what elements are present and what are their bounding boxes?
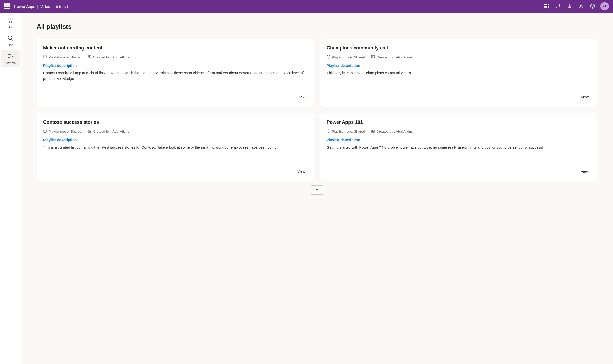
svg-rect-0 [544, 4, 546, 5]
svg-point-13 [8, 36, 12, 40]
search-icon [8, 35, 13, 42]
playlist-desc-text-2: This is a curated list containing the la… [43, 145, 307, 168]
playlist-title-1: Champions community call [327, 45, 591, 51]
user-avatar[interactable]: AA [600, 2, 609, 10]
sidebar-item-find-label: Find [8, 43, 13, 47]
meta-created-text-3: Created by : Abbi Atkins [376, 130, 413, 133]
playlist-desc-text-0: Contoso require all app and cloud flow m… [43, 70, 307, 94]
playlists-icon [8, 53, 13, 60]
waffle-menu[interactable] [4, 3, 10, 9]
playlist-desc-label-1[interactable]: Playlist description [327, 64, 591, 68]
playlist-view-btn-3[interactable]: View [579, 168, 591, 175]
playlist-view-btn-2[interactable]: View [295, 168, 307, 175]
app-name: Power Apps [14, 4, 35, 9]
svg-rect-7 [546, 7, 547, 8]
svg-rect-4 [546, 6, 547, 7]
playlist-title-2: Contoso success stories [43, 120, 307, 125]
scroll-indicator: ∨ [37, 181, 597, 199]
playlist-title-0: Maker onboarding content [43, 45, 307, 51]
top-nav-icons: AA [542, 2, 609, 11]
image-icon-0 [88, 55, 91, 59]
svg-rect-1 [546, 4, 547, 5]
playlist-meta-0: Playlist mode: Shared Created by : Abbi … [43, 55, 307, 59]
image-icon-1 [371, 55, 375, 59]
svg-rect-8 [548, 7, 549, 8]
image-icon-3 [371, 129, 375, 134]
svg-rect-22 [88, 130, 91, 132]
meta-created-text-2: Created by : Abbi Atkins [93, 130, 129, 133]
page-title: All playlists [37, 23, 597, 30]
svg-point-12 [592, 7, 593, 8]
shield-icon-2 [43, 129, 47, 134]
playlist-card-power-apps-101: Power Apps 101 Playlist mode: Shared [320, 113, 597, 181]
apps-icon-btn[interactable] [542, 2, 551, 11]
meta-mode-text-1: Playlist mode: Shared [332, 55, 365, 59]
playlist-desc-text-3: Getting started with Power Apps? No prob… [327, 145, 591, 168]
chat-icon-btn[interactable] [553, 2, 563, 11]
sidebar-item-playlists[interactable]: Playlists [1, 50, 20, 67]
settings-icon-btn[interactable] [576, 2, 586, 11]
playlist-desc-label-0[interactable]: Playlist description [43, 64, 307, 68]
app-subtitle: Video hub (dev) [40, 4, 68, 9]
playlist-view-btn-1[interactable]: View [579, 94, 591, 100]
help-icon-btn[interactable] [588, 2, 597, 11]
meta-mode-1: Playlist mode: Shared [327, 55, 365, 59]
playlist-card-contoso-success: Contoso success stories Playlist mode: S… [37, 113, 314, 181]
main-content: All playlists Maker onboarding content P… [21, 13, 613, 364]
playlist-card-maker-onboarding: Maker onboarding content Playlist mode: … [37, 39, 314, 107]
svg-rect-20 [371, 55, 375, 58]
home-icon [8, 18, 13, 25]
meta-created-text-0: Created by : Abbi Atkins [93, 55, 129, 59]
sidebar-item-start[interactable]: Start [1, 15, 20, 31]
image-icon-2 [88, 129, 91, 134]
meta-mode-2: Playlist mode: Shared [43, 129, 81, 134]
sidebar-item-playlists-label: Playlists [5, 61, 15, 64]
svg-rect-18 [88, 55, 91, 58]
playlist-grid: Maker onboarding content Playlist mode: … [37, 39, 597, 181]
playlist-card-champions: Champions community call Playlist mode: … [320, 39, 597, 107]
svg-rect-9 [556, 4, 560, 7]
meta-mode-0: Playlist mode: Shared [43, 55, 81, 59]
app-title: Power Apps | Video hub (dev) [14, 4, 68, 9]
meta-created-text-1: Created by : Abbi Atkins [376, 55, 413, 59]
playlist-meta-2: Playlist mode: Shared Created by : Abbi … [43, 129, 307, 134]
playlist-desc-label-2[interactable]: Playlist description [43, 138, 307, 142]
title-separator: | [37, 4, 38, 9]
meta-mode-text-0: Playlist mode: Shared [48, 55, 81, 59]
svg-rect-3 [544, 6, 546, 7]
top-navigation: Power Apps | Video hub (dev) [0, 0, 613, 13]
meta-created-0: Created by : Abbi Atkins [88, 55, 129, 59]
svg-rect-5 [548, 6, 549, 7]
shield-icon-1 [327, 55, 330, 59]
playlist-view-btn-0[interactable]: View [295, 94, 307, 100]
playlist-desc-text-1: This playlist contains all champions com… [327, 70, 591, 94]
meta-created-1: Created by : Abbi Atkins [371, 55, 413, 59]
meta-mode-text-2: Playlist mode: Shared [48, 130, 81, 133]
meta-mode-text-3: Playlist mode: Shared [332, 130, 365, 133]
meta-created-2: Created by : Abbi Atkins [88, 129, 129, 134]
download-icon-btn[interactable] [565, 2, 574, 11]
svg-point-10 [580, 5, 582, 7]
playlist-meta-3: Playlist mode: Shared Created by : Abbi … [327, 129, 591, 134]
svg-rect-24 [371, 130, 375, 132]
svg-marker-17 [12, 55, 13, 57]
shield-icon-3 [327, 129, 330, 134]
playlist-meta-1: Playlist mode: Shared Created by : Abbi … [327, 55, 591, 59]
chevron-down-icon: ∨ [316, 188, 318, 192]
meta-mode-3: Playlist mode: Shared [327, 129, 365, 134]
svg-rect-6 [544, 7, 546, 8]
shield-icon-0 [43, 55, 47, 59]
svg-rect-2 [548, 4, 549, 5]
playlist-title-3: Power Apps 101 [327, 120, 591, 125]
scroll-down-button[interactable]: ∨ [311, 185, 323, 195]
playlist-desc-label-3[interactable]: Playlist description [327, 138, 591, 142]
meta-created-3: Created by : Abbi Atkins [371, 129, 413, 134]
sidebar-item-find[interactable]: Find [1, 32, 20, 49]
sidebar-item-start-label: Start [7, 26, 13, 29]
sidebar: Start Find Playlists [0, 13, 21, 364]
